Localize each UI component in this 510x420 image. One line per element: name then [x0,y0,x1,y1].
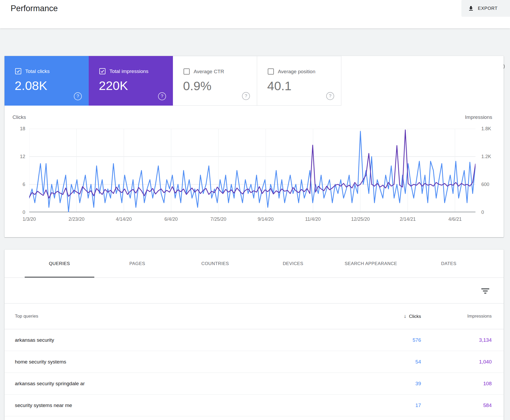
metric-card-average-ctr[interactable]: Average CTR0.9%? [173,56,257,106]
x-axis-tick: 12/25/20 [351,217,370,222]
impressions-cell: 1,040 [421,359,492,365]
sort-desc-icon: ↓ [404,313,406,319]
filter-bar: Search type: Web Date: Last 16 months + … [0,28,510,52]
performance-chart-card: Total clicks2.08K?Total impressions220K?… [5,56,504,237]
metric-label: Total clicks [25,68,50,74]
tab-countries[interactable]: COUNTRIES [176,250,254,278]
metric-checkbox[interactable] [184,68,190,75]
metric-label: Average position [278,69,315,75]
metric-checkbox[interactable] [15,68,21,74]
clicks-cell: 17 [365,402,421,408]
metric-card-average-position[interactable]: Average position40.1? [257,56,341,106]
impressions-cell: 3,134 [421,337,492,343]
app-header: Performance EXPORT [0,0,510,28]
metric-label: Average CTR [194,69,224,75]
column-header-impressions[interactable]: Impressions [421,314,492,319]
table-body: arkansas security5763,134home security s… [5,329,504,416]
left-axis-title: Clicks [12,114,26,120]
page-title: Performance [11,4,58,13]
tab-queries[interactable]: QUERIES [20,250,98,278]
table-row[interactable]: arkansas security5763,134 [5,329,504,351]
column-header-clicks[interactable]: ↓Clicks [365,313,421,319]
metric-card-total-impressions[interactable]: Total impressions220K? [89,56,173,106]
left-axis-tick: 18 [5,126,25,132]
line-chart[interactable] [29,129,475,212]
right-axis-tick: 1.8K [481,126,491,132]
left-axis-tick: 0 [5,210,25,215]
x-axis-tick: 7/25/20 [210,217,226,222]
x-axis-tick: 9/14/20 [258,217,274,222]
column-header-queries: Top queries [15,314,365,319]
metric-value: 220K [99,78,128,93]
table-row[interactable]: home security systems541,040 [5,351,504,373]
x-axis-tick: 2/23/20 [69,217,84,222]
tab-dates[interactable]: DATES [410,250,488,278]
right-axis-tick: 600 [481,182,489,187]
table-filter-icon[interactable] [481,287,490,296]
x-axis-tick: 11/4/20 [305,217,321,222]
query-cell[interactable]: security systems near me [15,402,365,408]
table-tabs: QUERIESPAGESCOUNTRIESDEVICESSEARCH APPEA… [5,250,504,278]
x-axis-tick: 4/14/20 [116,217,132,222]
metric-help-icon[interactable]: ? [158,92,166,100]
clicks-cell: 576 [365,337,421,343]
x-axis-tick: 4/6/21 [448,217,462,222]
table-filter-row [5,278,504,304]
right-axis-tick: 0 [481,210,484,215]
metric-value: 2.08K [15,78,47,93]
right-axis-tick: 1.2K [481,154,491,159]
export-button[interactable]: EXPORT [461,0,510,17]
metric-value: 0.9% [183,79,211,93]
query-cell[interactable]: arkansas security [15,337,365,343]
metric-value: 40.1 [267,79,291,93]
tab-search-appearance[interactable]: SEARCH APPEARANCE [332,250,410,278]
tab-pages[interactable]: PAGES [98,250,176,278]
left-axis-tick: 6 [5,182,25,187]
clicks-cell: 54 [365,359,421,365]
metric-cards-row: Total clicks2.08K?Total impressions220K?… [5,56,341,106]
impressions-cell: 584 [421,402,492,408]
x-axis-tick: 6/4/20 [164,217,178,222]
left-axis-tick: 12 [5,154,25,159]
table-row[interactable]: arkansas security springdale ar39108 [5,373,504,395]
export-label: EXPORT [478,6,498,11]
tab-devices[interactable]: DEVICES [254,250,332,278]
metric-label: Total impressions [109,68,148,74]
metric-checkbox[interactable] [268,68,274,75]
query-cell[interactable]: home security systems [15,359,365,365]
clicks-cell: 39 [365,381,421,387]
metric-help-icon[interactable]: ? [242,92,250,100]
query-table-card: QUERIESPAGESCOUNTRIESDEVICESSEARCH APPEA… [5,250,504,420]
x-axis-tick: 2/14/21 [400,217,416,222]
impressions-cell: 108 [421,381,492,387]
table-header-row: Top queries ↓Clicks Impressions [5,304,504,329]
metric-card-total-clicks[interactable]: Total clicks2.08K? [5,56,89,106]
query-cell[interactable]: arkansas security springdale ar [15,381,365,387]
x-axis-tick: 1/3/20 [23,217,36,222]
table-row[interactable]: security systems near me17584 [5,395,504,416]
metric-help-icon[interactable]: ? [74,92,82,100]
right-axis-title: Impressions [465,114,492,120]
metric-help-icon[interactable]: ? [326,92,334,100]
metric-checkbox[interactable] [99,68,105,74]
download-icon [468,5,474,12]
